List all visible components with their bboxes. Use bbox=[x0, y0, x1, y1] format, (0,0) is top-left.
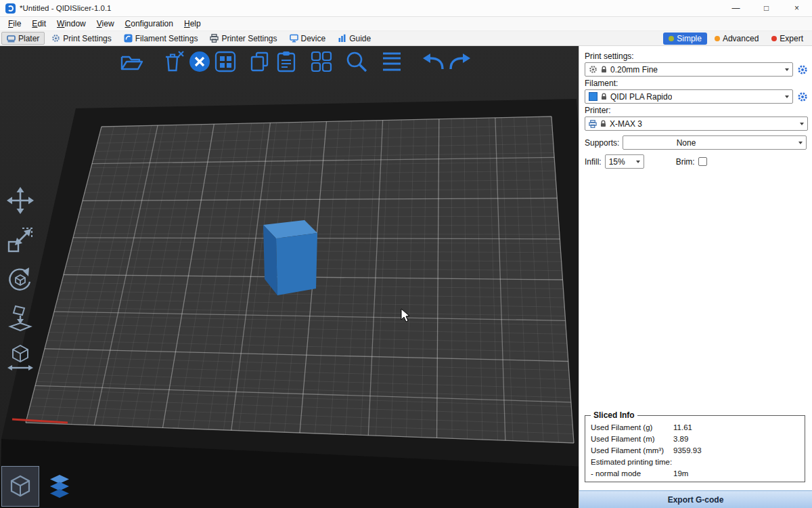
gear-icon bbox=[51, 34, 60, 43]
expert-mode-dot-icon bbox=[771, 36, 777, 41]
viewport-3d[interactable] bbox=[0, 46, 579, 508]
menu-view[interactable]: View bbox=[91, 18, 120, 29]
tab-label: Guide bbox=[349, 34, 371, 43]
undo-icon bbox=[422, 51, 446, 72]
delete-all-icon bbox=[188, 50, 211, 73]
tab-guide[interactable]: Guide bbox=[332, 32, 376, 45]
tab-label: Print Settings bbox=[63, 34, 111, 43]
move-gizmo-button[interactable] bbox=[5, 186, 35, 215]
device-icon bbox=[290, 34, 298, 43]
measure-icon bbox=[6, 343, 35, 372]
supports-label: Supports: bbox=[585, 138, 619, 148]
editor-view-toggle[interactable] bbox=[1, 466, 39, 507]
cube-view-icon bbox=[7, 473, 34, 500]
tab-filament-settings[interactable]: Filament Settings bbox=[118, 32, 204, 45]
lock-icon bbox=[601, 93, 607, 100]
mode-expert[interactable]: Expert bbox=[766, 33, 809, 45]
tab-label: Filament Settings bbox=[135, 34, 198, 43]
gear-icon bbox=[589, 65, 597, 74]
print-settings-label: Print settings: bbox=[585, 51, 807, 61]
arrange-button[interactable] bbox=[212, 49, 238, 75]
print-settings-value: 0.20mm Fine bbox=[610, 65, 658, 75]
filament-combo[interactable]: QIDI PLA Rapido bbox=[585, 89, 793, 104]
variable-layer-height-button[interactable] bbox=[379, 49, 405, 75]
scene-canvas[interactable] bbox=[0, 46, 579, 508]
guide-icon bbox=[338, 34, 346, 43]
sliced-info-row: Used Filament (mm³) 9359.93 bbox=[589, 444, 800, 456]
minimize-button[interactable]: — bbox=[721, 0, 751, 16]
brim-label: Brim: bbox=[676, 157, 695, 167]
infill-value: 15% bbox=[609, 157, 625, 167]
filament-icon bbox=[124, 34, 133, 43]
app-logo-icon bbox=[5, 3, 16, 14]
printer-combo[interactable]: X-MAX 3 bbox=[585, 117, 808, 131]
plater-icon bbox=[7, 34, 16, 43]
chevron-down-icon bbox=[785, 68, 789, 71]
measure-gizmo-button[interactable] bbox=[5, 343, 35, 373]
paste-button[interactable] bbox=[273, 49, 299, 75]
window-title: *Untitled - QIDISlicer-1.0.1 bbox=[20, 4, 112, 12]
settings-panel: Print settings: 0.20mm Fine Filament: QI… bbox=[579, 46, 812, 508]
sliced-info-row: Used Filament (m) 3.89 bbox=[589, 433, 800, 444]
place-on-face-icon bbox=[6, 304, 35, 333]
mode-advanced[interactable]: Advanced bbox=[709, 33, 764, 45]
supports-combo[interactable]: None bbox=[623, 135, 807, 150]
split-icon bbox=[311, 51, 332, 72]
arrange-icon bbox=[215, 51, 236, 72]
split-button[interactable] bbox=[309, 49, 334, 75]
menu-file[interactable]: File bbox=[3, 18, 26, 29]
place-on-face-gizmo-button[interactable] bbox=[5, 303, 35, 333]
export-gcode-button[interactable]: Export G-code bbox=[579, 490, 812, 508]
search-icon bbox=[345, 50, 368, 73]
search-button[interactable] bbox=[344, 49, 369, 75]
print-settings-combo[interactable]: 0.20mm Fine bbox=[585, 62, 793, 77]
redo-button[interactable] bbox=[447, 49, 472, 75]
print-settings-gear-button[interactable] bbox=[796, 64, 808, 75]
mode-simple[interactable]: Simple bbox=[663, 33, 707, 45]
printer-label: Printer: bbox=[585, 106, 807, 115]
menu-window[interactable]: Window bbox=[51, 18, 91, 29]
filament-color-swatch bbox=[589, 92, 597, 101]
tab-plater[interactable]: Plater bbox=[1, 32, 45, 45]
tab-printer-settings[interactable]: Printer Settings bbox=[204, 32, 282, 45]
rotate-gizmo-button[interactable] bbox=[5, 264, 35, 294]
brim-checkbox[interactable] bbox=[698, 157, 707, 166]
tab-bar: Plater Print Settings Filament Settings … bbox=[0, 31, 812, 46]
tab-device[interactable]: Device bbox=[284, 32, 332, 45]
close-button[interactable]: × bbox=[782, 0, 812, 16]
menu-edit[interactable]: Edit bbox=[26, 18, 51, 29]
sliced-layers-icon bbox=[46, 473, 73, 500]
copy-icon bbox=[250, 51, 271, 72]
sliced-info-title: Sliced Info bbox=[591, 410, 637, 420]
layers-icon bbox=[380, 51, 403, 72]
menu-configuration[interactable]: Configuration bbox=[120, 18, 179, 29]
copy-button[interactable] bbox=[248, 49, 273, 75]
menu-bar: File Edit Window View Configuration Help bbox=[0, 17, 812, 31]
sliced-info-box: Sliced Info Used Filament (g) 11.61 Used… bbox=[585, 415, 805, 482]
supports-value: None bbox=[677, 138, 696, 148]
delete-button[interactable] bbox=[161, 49, 187, 75]
tab-print-settings[interactable]: Print Settings bbox=[46, 32, 116, 45]
advanced-mode-dot-icon bbox=[715, 36, 720, 41]
undo-button[interactable] bbox=[421, 49, 447, 75]
model-cube[interactable] bbox=[263, 220, 317, 295]
redo-icon bbox=[447, 51, 472, 72]
preview-view-toggle[interactable] bbox=[41, 466, 78, 507]
chevron-down-icon bbox=[785, 96, 789, 98]
tab-label: Device bbox=[301, 34, 326, 43]
mode-label: Simple bbox=[677, 34, 702, 43]
chevron-down-icon bbox=[636, 161, 640, 163]
printer-value: X-MAX 3 bbox=[610, 119, 642, 129]
tab-label: Printer Settings bbox=[221, 34, 277, 43]
open-button[interactable] bbox=[119, 49, 145, 75]
menu-help[interactable]: Help bbox=[179, 18, 206, 29]
filament-gear-button[interactable] bbox=[796, 91, 808, 102]
chevron-down-icon bbox=[800, 123, 804, 125]
title-bar: *Untitled - QIDISlicer-1.0.1 — □ × bbox=[0, 0, 812, 17]
scale-gizmo-button[interactable] bbox=[5, 225, 35, 255]
infill-combo[interactable]: 15% bbox=[605, 154, 644, 169]
delete-all-button[interactable] bbox=[187, 49, 212, 75]
maximize-button[interactable]: □ bbox=[751, 0, 782, 16]
gizmo-toolbar bbox=[5, 186, 35, 373]
window-controls: — □ × bbox=[721, 0, 812, 16]
